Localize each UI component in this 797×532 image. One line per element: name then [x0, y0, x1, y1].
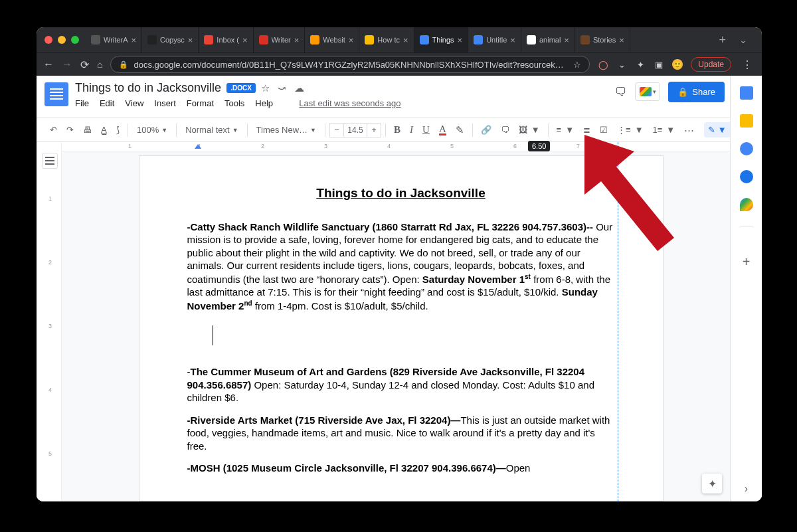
paint-format-button[interactable]: ⟆ — [112, 122, 124, 137]
underline-button[interactable]: U — [418, 122, 434, 138]
keep-app-icon[interactable] — [740, 114, 753, 128]
browser-tab[interactable]: Websit× — [305, 27, 359, 52]
home-button[interactable]: ⌂ — [97, 59, 102, 70]
undo-button[interactable]: ↶ — [46, 122, 61, 137]
close-tab-icon[interactable]: × — [510, 35, 515, 45]
editing-mode-button[interactable]: ✎▼ — [704, 122, 731, 137]
tab-label: animal — [539, 36, 561, 44]
spellcheck-button[interactable]: A̲ — [97, 122, 111, 137]
update-button[interactable]: Update — [691, 57, 731, 72]
align-button[interactable]: ≡▼ — [553, 122, 578, 137]
back-button[interactable]: ← — [43, 58, 54, 70]
doc-header: Things to do in Jacksonville .DOCX ☆ ⤻ ☁… — [37, 76, 762, 118]
font-size-decrease[interactable]: − — [329, 123, 344, 137]
window-zoom[interactable] — [71, 36, 79, 44]
profile-icon[interactable]: 🙂 — [672, 59, 683, 70]
close-tab-icon[interactable]: × — [458, 35, 463, 45]
move-doc-icon[interactable]: ⤻ — [278, 82, 286, 94]
numbered-list-button[interactable]: 1≡▼ — [649, 122, 679, 137]
close-tab-icon[interactable]: × — [349, 35, 354, 45]
italic-button[interactable]: I — [406, 122, 417, 138]
star-doc-icon[interactable]: ☆ — [261, 82, 270, 94]
menu-view[interactable]: View — [125, 98, 143, 108]
bold-button[interactable]: B — [390, 122, 404, 138]
close-tab-icon[interactable]: × — [403, 35, 408, 45]
url-input[interactable]: 🔒 docs.google.com/document/d/0B11H_Q7s9L… — [110, 56, 590, 73]
forward-button[interactable]: → — [62, 58, 72, 70]
close-tab-icon[interactable]: × — [619, 35, 624, 45]
browser-tab[interactable]: WriterA× — [86, 27, 142, 52]
line-spacing-button[interactable]: ≣ — [579, 122, 594, 137]
comment-history-icon[interactable]: 🗨 — [615, 85, 627, 99]
collapse-side-panel[interactable]: › — [745, 483, 748, 495]
browser-tab[interactable]: Inbox (× — [199, 27, 253, 52]
star-icon[interactable]: ☆ — [573, 60, 581, 70]
horizontal-ruler[interactable]: 1 1 2 3 4 5 6 7 6.50 — [62, 142, 740, 151]
docs-logo[interactable] — [44, 82, 68, 106]
share-button[interactable]: 🔒Share — [668, 82, 725, 102]
close-tab-icon[interactable]: × — [131, 35, 136, 45]
browser-tab[interactable]: Writer× — [254, 27, 306, 52]
doc-title[interactable]: Things to do in Jacksonville — [75, 81, 221, 95]
explore-button[interactable]: ✦ — [702, 474, 722, 493]
cast-icon[interactable]: ▣ — [654, 59, 664, 70]
menu-file[interactable]: File — [75, 98, 89, 108]
browser-tab[interactable]: animal× — [521, 27, 575, 52]
menu-edit[interactable]: Edit — [100, 98, 114, 108]
text-color-button[interactable]: A — [435, 122, 450, 138]
browser-tab[interactable]: Things× — [414, 27, 469, 52]
insert-image-button[interactable]: 🖼▼ — [515, 122, 544, 137]
more-button[interactable]: ⋯ — [680, 122, 699, 139]
favicon — [147, 35, 157, 44]
browser-tab[interactable]: Untitle× — [468, 27, 521, 52]
outline-toggle[interactable] — [42, 153, 58, 169]
titlebar: WriterA×Copysc×Inbox (×Writer×Websit×How… — [37, 27, 762, 52]
menu-help[interactable]: Help — [255, 98, 273, 108]
highlight-button[interactable]: ✎ — [452, 122, 468, 139]
tab-overflow-button[interactable]: ⌄ — [733, 35, 754, 45]
browser-tab[interactable]: Copysc× — [142, 27, 199, 52]
close-tab-icon[interactable]: × — [294, 35, 300, 45]
browser-menu[interactable]: ⋮ — [739, 58, 755, 71]
reader-icon[interactable]: ◯ — [598, 59, 608, 70]
font-size-increase[interactable]: + — [367, 123, 381, 137]
lock-icon: 🔒 — [119, 60, 128, 69]
close-tab-icon[interactable]: × — [564, 35, 569, 45]
zoom-select[interactable]: 100%▼ — [132, 122, 172, 137]
redo-button[interactable]: ↷ — [62, 122, 78, 137]
add-on-button[interactable]: + — [743, 254, 751, 270]
left-indent-marker[interactable] — [195, 144, 201, 149]
browser-tab[interactable]: Stories× — [575, 27, 630, 52]
tasks-app-icon[interactable] — [740, 142, 753, 155]
print-button[interactable]: 🖶 — [79, 122, 96, 137]
menu-insert[interactable]: Insert — [154, 98, 176, 108]
browser-tab[interactable]: How tc× — [359, 27, 414, 52]
calendar-app-icon[interactable] — [740, 86, 753, 100]
add-comment-button[interactable]: 🗨 — [497, 122, 513, 137]
insert-link-button[interactable]: 🔗 — [477, 122, 495, 137]
close-tab-icon[interactable]: × — [188, 35, 193, 45]
font-select[interactable]: Times New…▼ — [252, 122, 321, 137]
extensions-icon[interactable]: ✦ — [635, 59, 646, 70]
new-tab-button[interactable]: + — [712, 33, 733, 47]
close-tab-icon[interactable]: × — [242, 35, 248, 45]
pencil-icon: ✎ — [708, 125, 715, 135]
tab-label: Stories — [593, 36, 616, 44]
meet-button[interactable]: ▾ — [635, 82, 660, 101]
font-size-value[interactable]: 14.5 — [344, 123, 367, 137]
pocket-icon[interactable]: ⌄ — [616, 59, 627, 70]
menu-format[interactable]: Format — [187, 98, 214, 108]
docx-badge: .DOCX — [226, 83, 256, 93]
favicon — [310, 35, 319, 44]
menu-tools[interactable]: Tools — [224, 98, 244, 108]
bullet-list-button[interactable]: ⋮≡▼ — [613, 122, 647, 137]
window-minimize[interactable] — [58, 36, 66, 44]
style-select[interactable]: Normal text▼ — [181, 122, 242, 137]
checklist-button[interactable]: ☑ — [596, 122, 612, 137]
page[interactable]: Things to do in Jacksonville -Catty Shac… — [139, 155, 664, 501]
maps-app-icon[interactable] — [740, 198, 753, 211]
window-close[interactable] — [44, 36, 52, 44]
contacts-app-icon[interactable] — [740, 170, 753, 183]
reload-button[interactable]: ⟳ — [80, 58, 89, 71]
last-edit-link[interactable]: Last edit was seconds ago — [299, 98, 400, 108]
